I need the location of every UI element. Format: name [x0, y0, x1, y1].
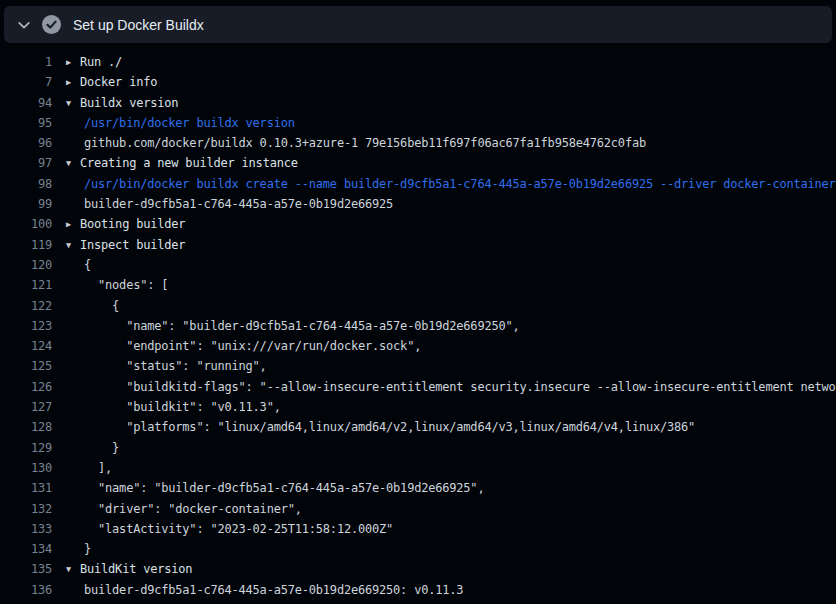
log-line-row: 136builder-d9cfb5a1-c764-445a-a57e-0b19d…	[0, 580, 836, 600]
output-text: "driver": "docker-container",	[84, 499, 302, 519]
log-line-row: 130 ],	[0, 458, 836, 478]
output-text: "nodes": [	[84, 275, 168, 295]
group-label: BuildKit version	[80, 562, 192, 576]
output-text: "name": "builder-d9cfb5a1-c764-445a-a57e…	[84, 478, 484, 498]
collapse-group-icon[interactable]: ▼	[66, 559, 80, 579]
log-group-row[interactable]: 119▼Inspect builder	[0, 235, 836, 255]
line-number[interactable]: 97	[0, 153, 52, 173]
line-number[interactable]: 136	[0, 580, 52, 600]
step-header[interactable]: Set up Docker Buildx	[4, 6, 832, 43]
log-line-row: 126 "buildkitd-flags": "--allow-insecure…	[0, 377, 836, 397]
log-line-row: 122 {	[0, 296, 836, 316]
log-line-row: 134}	[0, 539, 836, 559]
output-text: "name": "builder-d9cfb5a1-c764-445a-a57e…	[84, 316, 520, 336]
line-number[interactable]: 126	[0, 377, 52, 397]
line-number[interactable]: 133	[0, 519, 52, 539]
log-group-row[interactable]: 1▶Run ./	[0, 52, 836, 72]
line-number[interactable]: 94	[0, 93, 52, 113]
log-line-row: 98/usr/bin/docker buildx create --name b…	[0, 174, 836, 194]
command-text: /usr/bin/docker buildx version	[84, 113, 295, 133]
line-number[interactable]: 98	[0, 174, 52, 194]
line-number[interactable]: 95	[0, 113, 52, 133]
log-line-row: 124 "endpoint": "unix:///var/run/docker.…	[0, 336, 836, 356]
output-text: github.com/docker/buildx 0.10.3+azure-1 …	[84, 133, 646, 153]
expand-group-icon[interactable]: ▶	[66, 52, 80, 72]
line-number[interactable]: 120	[0, 255, 52, 275]
output-text: {	[84, 296, 119, 316]
expand-group-icon[interactable]: ▶	[66, 72, 80, 92]
log-line-row: 99builder-d9cfb5a1-c764-445a-a57e-0b19d2…	[0, 194, 836, 214]
line-number[interactable]: 130	[0, 458, 52, 478]
line-number[interactable]: 125	[0, 356, 52, 376]
log-line-row: 133 "lastActivity": "2023-02-25T11:58:12…	[0, 519, 836, 539]
line-number[interactable]: 96	[0, 133, 52, 153]
collapse-group-icon[interactable]: ▼	[66, 153, 80, 173]
log-group-row[interactable]: 7▶Docker info	[0, 72, 836, 92]
line-number[interactable]: 100	[0, 214, 52, 234]
group-label: Run ./	[80, 55, 122, 69]
log-line-row: 95/usr/bin/docker buildx version	[0, 113, 836, 133]
log-group-row[interactable]: 97▼Creating a new builder instance	[0, 153, 836, 173]
line-number[interactable]: 7	[0, 72, 52, 92]
output-text: "status": "running",	[84, 356, 267, 376]
collapse-group-icon[interactable]: ▼	[66, 93, 80, 113]
group-label: Inspect builder	[80, 238, 185, 252]
log-line-row: 129 }	[0, 438, 836, 458]
line-number[interactable]: 1	[0, 52, 52, 72]
group-label: Buildx version	[80, 96, 178, 110]
output-text: ],	[84, 458, 112, 478]
output-text: }	[84, 438, 119, 458]
line-number[interactable]: 131	[0, 478, 52, 498]
output-text: }	[84, 539, 91, 559]
output-text: "buildkit": "v0.11.3",	[84, 397, 281, 417]
line-number[interactable]: 135	[0, 559, 52, 579]
line-number[interactable]: 99	[0, 194, 52, 214]
log-container: 1▶Run ./7▶Docker info94▼Buildx version95…	[0, 52, 836, 600]
log-line-row: 128 "platforms": "linux/amd64,linux/amd6…	[0, 417, 836, 437]
line-number[interactable]: 129	[0, 438, 52, 458]
line-number[interactable]: 124	[0, 336, 52, 356]
line-number[interactable]: 122	[0, 296, 52, 316]
line-number[interactable]: 128	[0, 417, 52, 437]
line-number[interactable]: 119	[0, 235, 52, 255]
output-text: "buildkitd-flags": "--allow-insecure-ent…	[84, 377, 836, 397]
output-text: "endpoint": "unix:///var/run/docker.sock…	[84, 336, 421, 356]
step-title: Set up Docker Buildx	[73, 17, 204, 33]
log-line-row: 132 "driver": "docker-container",	[0, 499, 836, 519]
log-group-row[interactable]: 135▼BuildKit version	[0, 559, 836, 579]
log-group-row[interactable]: 94▼Buildx version	[0, 93, 836, 113]
collapse-group-icon[interactable]: ▼	[66, 235, 80, 255]
line-number[interactable]: 123	[0, 316, 52, 336]
output-text: builder-d9cfb5a1-c764-445a-a57e-0b19d2e6…	[84, 580, 463, 600]
line-number[interactable]: 134	[0, 539, 52, 559]
output-text: builder-d9cfb5a1-c764-445a-a57e-0b19d2e6…	[84, 194, 393, 214]
actions-log-page: { "header": { "title": "Set up Docker Bu…	[0, 0, 836, 604]
output-text: "lastActivity": "2023-02-25T11:58:12.000…	[84, 519, 393, 539]
check-circle-icon	[42, 15, 61, 34]
group-label: Docker info	[80, 75, 157, 89]
command-text: /usr/bin/docker buildx create --name bui…	[84, 174, 836, 194]
line-number[interactable]: 132	[0, 499, 52, 519]
output-text: "platforms": "linux/amd64,linux/amd64/v2…	[84, 417, 695, 437]
log-line-row: 125 "status": "running",	[0, 356, 836, 376]
log-line-row: 121 "nodes": [	[0, 275, 836, 295]
log-line-row: 123 "name": "builder-d9cfb5a1-c764-445a-…	[0, 316, 836, 336]
line-number[interactable]: 127	[0, 397, 52, 417]
expand-group-icon[interactable]: ▶	[66, 214, 80, 234]
group-label: Booting builder	[80, 217, 185, 231]
chevron-down-icon[interactable]	[16, 17, 32, 33]
output-text: {	[84, 255, 91, 275]
log-line-row: 96github.com/docker/buildx 0.10.3+azure-…	[0, 133, 836, 153]
line-number[interactable]: 121	[0, 275, 52, 295]
log-line-row: 127 "buildkit": "v0.11.3",	[0, 397, 836, 417]
log-line-row: 120{	[0, 255, 836, 275]
group-label: Creating a new builder instance	[80, 156, 298, 170]
log-line-row: 131 "name": "builder-d9cfb5a1-c764-445a-…	[0, 478, 836, 498]
log-group-row[interactable]: 100▶Booting builder	[0, 214, 836, 234]
